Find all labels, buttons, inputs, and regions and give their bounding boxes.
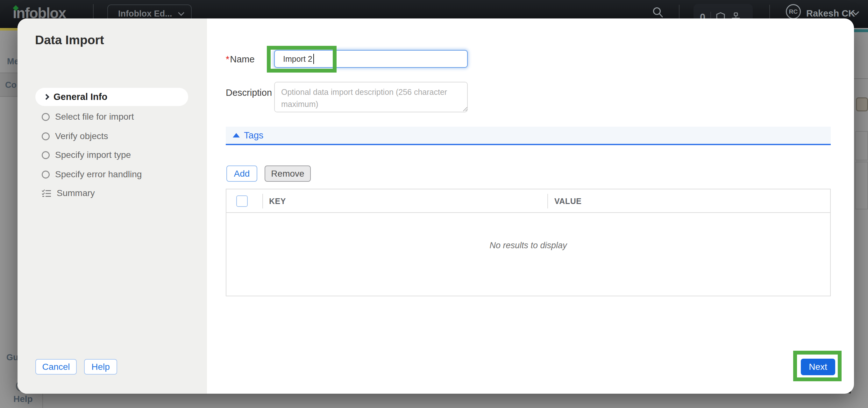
step-label: Specify import type <box>55 150 131 160</box>
background-banner-strip-left <box>0 28 18 31</box>
step-summary[interactable]: Summary <box>42 187 95 199</box>
step-circle-icon <box>42 132 50 140</box>
user-avatar[interactable]: RC <box>786 4 801 19</box>
step-circle-icon <box>42 170 50 179</box>
name-input[interactable]: Import 2 <box>274 50 468 68</box>
tags-table-body: No results to display <box>226 213 830 296</box>
text-caret <box>313 54 314 64</box>
dialog-title: Data Import <box>35 33 104 47</box>
background-help-label: Help <box>13 394 33 404</box>
background-nav-item: Me <box>7 57 19 66</box>
step-specify-import-type[interactable]: Specify import type <box>42 149 131 161</box>
step-select-file[interactable]: Select file for import <box>42 111 134 123</box>
summary-checklist-icon <box>42 189 51 198</box>
required-asterisk: * <box>226 54 229 65</box>
description-field-label: Description <box>226 88 272 98</box>
background-nav-item: Gu <box>6 353 19 363</box>
empty-results-text: No results to display <box>489 241 567 250</box>
select-all-checkbox[interactable] <box>236 195 248 207</box>
background-nav-item: Co <box>5 80 17 90</box>
name-input-value: Import 2 <box>283 55 312 64</box>
next-button[interactable]: Next <box>801 359 835 375</box>
background-edge-line <box>854 78 868 79</box>
tags-section-label: Tags <box>244 130 263 141</box>
topbar-divider <box>93 4 94 20</box>
topbar-divider <box>769 5 770 19</box>
column-divider <box>547 194 548 209</box>
add-tag-button[interactable]: Add <box>226 165 257 182</box>
collapse-triangle-icon <box>233 133 240 137</box>
column-divider <box>262 194 263 209</box>
background-divider <box>42 394 43 408</box>
search-icon <box>652 6 663 18</box>
tags-table-header: KEY VALUE <box>226 189 830 213</box>
user-initials: RC <box>789 8 798 15</box>
user-name: Rakesh CK <box>806 8 855 19</box>
value-column-header: VALUE <box>554 197 582 206</box>
remove-tag-button[interactable]: Remove <box>265 165 311 182</box>
topbar-divider <box>679 5 680 19</box>
background-banner-strip-right <box>854 29 868 32</box>
step-specify-error-handling[interactable]: Specify error handling <box>42 168 142 181</box>
step-circle-icon <box>42 151 50 159</box>
wizard-steps-sidebar: Data Import General Info Select file for… <box>18 19 207 394</box>
tags-section-toggle[interactable]: Tags <box>226 127 831 145</box>
help-button[interactable]: Help <box>84 359 117 375</box>
background-partial-panel <box>855 162 868 210</box>
step-label: Select file for import <box>55 112 134 122</box>
step-label: Specify error handling <box>55 169 142 180</box>
step-circle-icon <box>42 113 50 121</box>
step-general-info[interactable]: General Info <box>35 88 188 106</box>
step-label: Summary <box>57 188 95 198</box>
tags-table: KEY VALUE No results to display <box>226 189 831 296</box>
cancel-button[interactable]: Cancel <box>35 359 77 375</box>
step-label: Verify objects <box>55 131 108 141</box>
step-verify-objects[interactable]: Verify objects <box>42 130 108 143</box>
name-field-label: * Name <box>226 54 255 65</box>
key-column-header: KEY <box>269 197 286 206</box>
background-partial-panel <box>855 131 868 160</box>
search-button[interactable] <box>652 6 663 19</box>
chevron-down-icon <box>178 9 184 16</box>
chevron-right-icon <box>43 94 49 100</box>
description-input[interactable] <box>274 82 468 112</box>
step-label: General Info <box>54 92 107 102</box>
data-import-dialog: Data Import General Info Select file for… <box>18 19 854 394</box>
background-partial-button <box>856 97 868 112</box>
organization-selector-label: Infoblox Ed... <box>118 9 173 19</box>
